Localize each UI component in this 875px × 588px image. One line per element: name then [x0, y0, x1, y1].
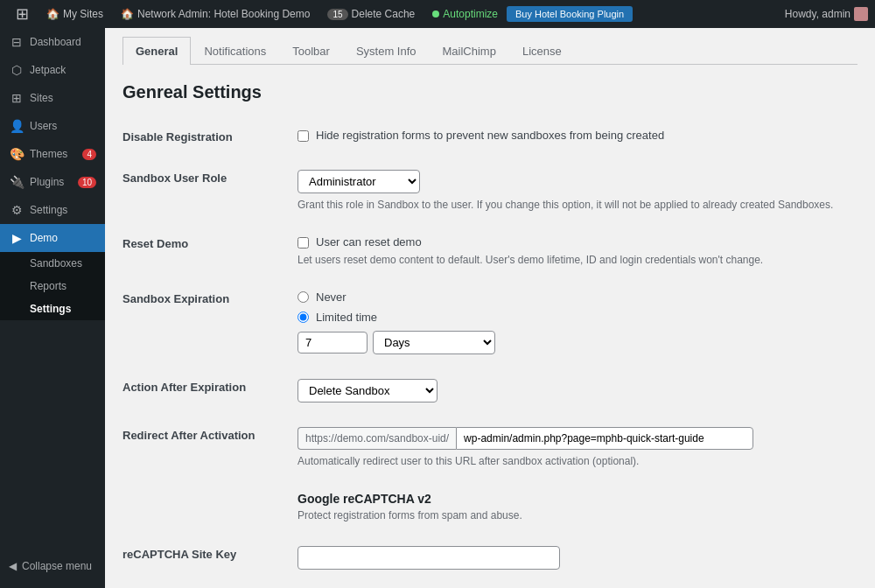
autoptimize-label: Autoptimize — [443, 8, 498, 20]
settings-tabs: General Notifications Toolbar System Inf… — [122, 37, 858, 65]
sandbox-user-role-row: Sandbox User Role Administrator Editor A… — [122, 158, 858, 223]
sidebar-item-label: Settings — [30, 204, 67, 216]
demo-icon: ▶ — [9, 231, 24, 245]
sidebar-item-demo[interactable]: ▶ Demo — [0, 224, 105, 252]
my-sites-menu[interactable]: 🏠 My Sites — [38, 0, 112, 28]
sandbox-user-role-label: Sandbox User Role — [122, 158, 298, 223]
recaptcha-heading-row: Google reCAPTCHA v2 Protect registration… — [122, 480, 858, 534]
reset-demo-label: Reset Demo — [122, 223, 298, 278]
network-admin-menu[interactable]: 🏠 Network Admin: Hotel Booking Demo — [112, 0, 318, 28]
plugins-badge: 10 — [78, 177, 96, 188]
reset-demo-checkbox[interactable] — [298, 237, 309, 248]
collapse-icon: ◀ — [9, 560, 17, 572]
recaptcha-secret-key-label: reCAPTCHA Secret Key — [122, 582, 298, 588]
submenu-reports[interactable]: Reports — [0, 275, 105, 298]
sidebar-item-themes[interactable]: 🎨 Themes 4 — [0, 140, 105, 168]
sidebar-item-label: Users — [30, 120, 57, 132]
page-title: Genreal Settings — [122, 82, 858, 102]
home-icon: 🏠 — [46, 8, 60, 20]
sidebar-item-jetpack[interactable]: ⬡ Jetpack — [0, 56, 105, 84]
autoptimize-item[interactable]: Autoptimize — [424, 0, 507, 28]
reset-demo-desc: Let users reset demo content to default.… — [298, 254, 858, 266]
my-sites-label: My Sites — [63, 8, 103, 20]
buy-plugin-button[interactable]: Buy Hotel Booking Plugin — [507, 6, 633, 22]
sidebar-item-label: Themes — [30, 148, 67, 160]
submenu-sandboxes[interactable]: Sandboxes — [0, 252, 105, 275]
disable-registration-label: Disable Registration — [122, 116, 298, 158]
collapse-label: Collapse menu — [22, 560, 92, 572]
sidebar-item-settings[interactable]: ⚙ Settings — [0, 196, 105, 224]
reset-demo-check: User can reset demo — [298, 235, 858, 248]
settings-icon: ⚙ — [9, 203, 24, 217]
admin-menu: ⊟ Dashboard ⬡ Jetpack ⊞ Sites 👤 Users 🎨 … — [0, 28, 105, 588]
sandbox-user-role-select[interactable]: Administrator Editor Author Contributor … — [298, 170, 420, 193]
recaptcha-desc: Protect registration forms from spam and… — [298, 509, 858, 522]
limited-label: Limited time — [316, 311, 377, 324]
expiration-radio-group: Never Limited time — [298, 290, 858, 324]
sidebar-item-plugins[interactable]: 🔌 Plugins 10 — [0, 168, 105, 196]
reset-demo-row: Reset Demo User can reset demo Let users… — [122, 223, 858, 278]
avatar — [854, 7, 868, 21]
recaptcha-secret-key-row: reCAPTCHA Secret Key — [122, 582, 858, 588]
autoptimize-dot — [432, 10, 439, 18]
sidebar-item-sites[interactable]: ⊞ Sites — [0, 84, 105, 112]
collapse-menu-button[interactable]: ◀ Collapse menu — [0, 553, 105, 579]
sidebar-item-dashboard[interactable]: ⊟ Dashboard — [0, 28, 105, 56]
delete-cache-label: Delete Cache — [352, 8, 416, 20]
expiration-number-input[interactable] — [298, 332, 368, 354]
redirect-url-row: https://demo.com/sandbox-uid/ — [298, 427, 858, 450]
sidebar-item-label: Dashboard — [30, 36, 81, 48]
adminbar-right: Howdy, admin — [785, 7, 868, 21]
never-radio[interactable] — [298, 291, 309, 303]
disable-registration-check: Hide registration forms to prevent new s… — [298, 129, 858, 142]
sandbox-user-role-desc: Grant this role in Sandbox to the user. … — [298, 199, 858, 211]
disable-registration-row: Disable Registration Hide registration f… — [122, 116, 858, 158]
recaptcha-site-key-label: reCAPTCHA Site Key — [122, 534, 298, 582]
sandbox-expiration-label: Sandbox Expiration — [122, 278, 298, 367]
recaptcha-site-key-row: reCAPTCHA Site Key — [122, 534, 858, 582]
recaptcha-site-key-input[interactable] — [298, 546, 560, 570]
limited-radio[interactable] — [298, 312, 309, 323]
delete-cache-btn[interactable]: 15 Delete Cache — [318, 0, 424, 28]
sandbox-expiration-row: Sandbox Expiration Never Limited time — [122, 278, 858, 367]
users-icon: 👤 — [9, 119, 24, 133]
demo-submenu: Sandboxes Reports Settings — [0, 252, 105, 320]
main-content: General Notifications Toolbar System Inf… — [105, 28, 875, 588]
tab-general[interactable]: General — [122, 37, 191, 65]
reset-demo-text: User can reset demo — [316, 235, 422, 248]
action-after-expiration-row: Action After Expiration Delete Sandbox D… — [122, 367, 858, 415]
redirect-after-activation-row: Redirect After Activation https://demo.c… — [122, 415, 858, 480]
dashboard-icon: ⊟ — [9, 35, 24, 49]
limited-radio-label[interactable]: Limited time — [298, 311, 858, 324]
redirect-prefix: https://demo.com/sandbox-uid/ — [298, 427, 456, 450]
disable-registration-checkbox[interactable] — [298, 130, 309, 142]
never-label: Never — [316, 290, 346, 304]
redirect-desc: Automatically redirect user to this URL … — [298, 455, 858, 467]
expiration-number-unit: Days Hours Minutes — [298, 331, 858, 354]
plugins-icon: 🔌 — [9, 175, 24, 189]
network-icon: 🏠 — [121, 8, 134, 20]
tab-system-info[interactable]: System Info — [343, 37, 430, 65]
action-after-expiration-label: Action After Expiration — [122, 367, 298, 415]
sidebar-item-label: Plugins — [30, 176, 64, 188]
redirect-after-activation-label: Redirect After Activation — [122, 415, 298, 480]
sidebar-item-label: Demo — [30, 232, 58, 244]
jetpack-icon: ⬡ — [9, 63, 24, 77]
expiration-unit-select[interactable]: Days Hours Minutes — [373, 331, 495, 354]
submenu-settings[interactable]: Settings — [0, 298, 105, 320]
cache-count: 15 — [327, 9, 347, 20]
tab-mailchimp[interactable]: MailChimp — [430, 37, 509, 65]
tab-toolbar[interactable]: Toolbar — [279, 37, 343, 65]
sidebar-item-users[interactable]: 👤 Users — [0, 112, 105, 140]
wp-logo[interactable]: ⊞ — [7, 0, 38, 28]
settings-table: Disable Registration Hide registration f… — [122, 116, 858, 588]
sites-icon: ⊞ — [9, 91, 24, 105]
redirect-input[interactable] — [456, 427, 753, 450]
tab-notifications[interactable]: Notifications — [191, 37, 279, 65]
never-radio-label[interactable]: Never — [298, 290, 858, 304]
action-after-expiration-select[interactable]: Delete Sandbox Disable Sandbox Do Nothin… — [298, 379, 438, 402]
themes-badge: 4 — [82, 149, 96, 160]
admin-bar: ⊞ 🏠 My Sites 🏠 Network Admin: Hotel Book… — [0, 0, 875, 28]
tab-license[interactable]: License — [509, 37, 575, 65]
sidebar-item-label: Jetpack — [30, 64, 66, 76]
